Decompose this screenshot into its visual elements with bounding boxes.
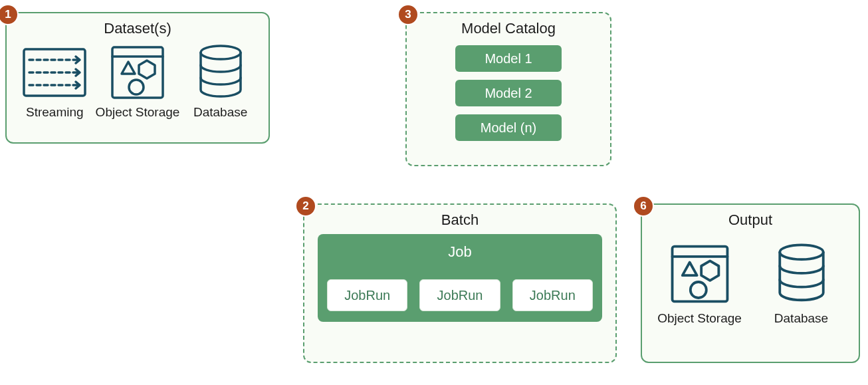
- job-box: Job JobRun JobRun JobRun: [318, 234, 602, 322]
- output-row: Object Storage Database: [642, 234, 859, 326]
- model-chip-2: Model 2: [455, 80, 562, 106]
- batch-badge: 2: [295, 195, 316, 217]
- svg-point-15: [780, 245, 823, 259]
- datasets-row: Streaming Object Storage: [7, 43, 269, 120]
- output-database-label: Database: [774, 311, 828, 326]
- batch-title: Batch: [304, 211, 615, 229]
- database-item: Database: [181, 43, 260, 120]
- database-icon: [195, 43, 247, 102]
- model-catalog-title: Model Catalog: [407, 20, 610, 37]
- svg-marker-7: [139, 61, 155, 78]
- output-database-item: Database: [752, 241, 851, 326]
- output-badge: 6: [633, 195, 654, 217]
- datasets-title: Dataset(s): [7, 20, 269, 37]
- model-chip-1: Model 1: [455, 45, 562, 72]
- svg-marker-6: [122, 62, 135, 74]
- database-label: Database: [193, 105, 247, 120]
- svg-point-9: [201, 46, 241, 59]
- model-list: Model 1 Model 2 Model (n): [407, 43, 610, 148]
- jobrun-2: JobRun: [419, 279, 500, 311]
- datasets-panel: 1 Dataset(s) Stream: [5, 12, 270, 144]
- jobrun-3: JobRun: [512, 279, 593, 311]
- job-label: Job: [327, 243, 593, 261]
- output-panel: 6 Output Object Storage: [641, 203, 860, 363]
- output-title: Output: [642, 211, 859, 229]
- output-object-storage-label: Object Storage: [657, 311, 742, 326]
- model-catalog-panel: 3 Model Catalog Model 1 Model 2 Model (n…: [405, 12, 611, 166]
- object-storage-icon: [108, 43, 167, 102]
- svg-point-8: [129, 80, 144, 94]
- object-storage-label: Object Storage: [96, 105, 180, 120]
- streaming-item: Streaming: [15, 43, 94, 120]
- jobrun-1: JobRun: [327, 279, 407, 311]
- streaming-icon: [21, 43, 88, 102]
- jobrun-row: JobRun JobRun JobRun: [327, 279, 593, 311]
- object-storage-item: Object Storage: [98, 43, 177, 120]
- database-icon: [773, 241, 830, 307]
- svg-marker-13: [701, 261, 718, 280]
- model-chip-n: Model (n): [455, 114, 562, 141]
- svg-marker-12: [682, 263, 697, 276]
- model-catalog-badge: 3: [397, 4, 419, 25]
- object-storage-icon: [668, 241, 732, 307]
- output-object-storage-item: Object Storage: [650, 241, 750, 326]
- streaming-label: Streaming: [26, 105, 84, 120]
- batch-panel: 2 Batch Job JobRun JobRun JobRun: [303, 203, 617, 363]
- svg-point-14: [690, 282, 706, 298]
